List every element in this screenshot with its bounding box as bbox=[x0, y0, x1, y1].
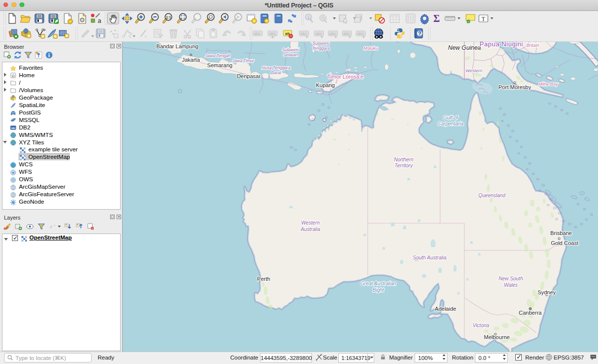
svg-text:New Guinea: New Guinea bbox=[448, 44, 481, 51]
svg-text:abc: abc bbox=[315, 31, 322, 36]
svg-text:Wales: Wales bbox=[504, 282, 518, 288]
svg-text:Jawa Tengah: Jawa Tengah bbox=[205, 53, 231, 58]
svg-text:New South: New South bbox=[499, 276, 523, 281]
svg-text:Bandar Lampung: Bandar Lampung bbox=[156, 43, 198, 49]
svg-text:ε: ε bbox=[50, 224, 52, 229]
svg-text:Selatan: Selatan bbox=[284, 52, 298, 57]
svg-text:abc: abc bbox=[329, 31, 336, 36]
svg-text:Papua Niugini: Papua Niugini bbox=[479, 42, 523, 48]
svg-text:Queensland: Queensland bbox=[478, 193, 505, 198]
svg-text:Canberra: Canberra bbox=[519, 310, 542, 316]
svg-text:Adelaide: Adelaide bbox=[435, 306, 456, 312]
svg-text:abc: abc bbox=[343, 31, 350, 36]
svg-text:Milne Bay: Milne Bay bbox=[538, 82, 558, 87]
svg-text:Melbourne: Melbourne bbox=[484, 334, 510, 340]
svg-text:Brisbane: Brisbane bbox=[550, 230, 572, 236]
svg-text:abc: abc bbox=[300, 31, 307, 36]
svg-text:Carpentaria: Carpentaria bbox=[438, 121, 464, 126]
svg-text:Jawa Timur: Jawa Timur bbox=[232, 58, 255, 63]
svg-text:abc: abc bbox=[254, 31, 261, 36]
svg-text:Port Moresby: Port Moresby bbox=[498, 84, 531, 90]
svg-text:Gold Coast: Gold Coast bbox=[551, 240, 578, 246]
svg-text:Semarang: Semarang bbox=[207, 62, 233, 68]
svg-text:Σ: Σ bbox=[433, 13, 440, 24]
svg-text:Tenggara: Tenggara bbox=[312, 46, 330, 51]
svg-text:1:1: 1:1 bbox=[166, 15, 171, 19]
svg-text:Australia: Australia bbox=[300, 227, 320, 232]
svg-text:W: W bbox=[12, 171, 15, 174]
svg-text:Western: Western bbox=[465, 68, 482, 73]
svg-text:Sydney: Sydney bbox=[538, 289, 556, 295]
svg-text:T: T bbox=[481, 15, 485, 22]
svg-text:Jakarta: Jakarta bbox=[182, 57, 200, 63]
svg-text:abc: abc bbox=[269, 31, 276, 36]
svg-text:Great Australian: Great Australian bbox=[360, 281, 396, 286]
svg-text:Britain: Britain bbox=[526, 43, 539, 48]
svg-text:South Australia: South Australia bbox=[413, 255, 447, 260]
svg-text:abc: abc bbox=[357, 31, 364, 36]
svg-text:Nusa Tenggara: Nusa Tenggara bbox=[262, 65, 291, 70]
svg-text:Gulf of: Gulf of bbox=[443, 115, 458, 121]
svg-text:Territory: Territory bbox=[395, 163, 413, 168]
svg-text:a: a bbox=[98, 17, 101, 24]
svg-text:Kupang: Kupang bbox=[316, 82, 335, 88]
svg-text:Sulawesi: Sulawesi bbox=[312, 42, 330, 46]
svg-text:Maluku: Maluku bbox=[363, 46, 378, 51]
svg-text:Bight: Bight bbox=[373, 287, 385, 293]
svg-text:Barat: Barat bbox=[271, 70, 282, 75]
svg-text:Sulawesi: Sulawesi bbox=[282, 47, 299, 52]
svg-text:Perth: Perth bbox=[257, 276, 270, 282]
svg-text:Denpasar: Denpasar bbox=[237, 73, 261, 79]
svg-text:Timor Lorosa'e: Timor Lorosa'e bbox=[327, 74, 364, 80]
svg-text:Western: Western bbox=[301, 220, 319, 226]
svg-text:Northern: Northern bbox=[394, 157, 414, 162]
svg-text:?: ? bbox=[418, 31, 421, 36]
svg-text:DB2: DB2 bbox=[11, 127, 15, 129]
svg-text:Victoria: Victoria bbox=[472, 323, 489, 328]
